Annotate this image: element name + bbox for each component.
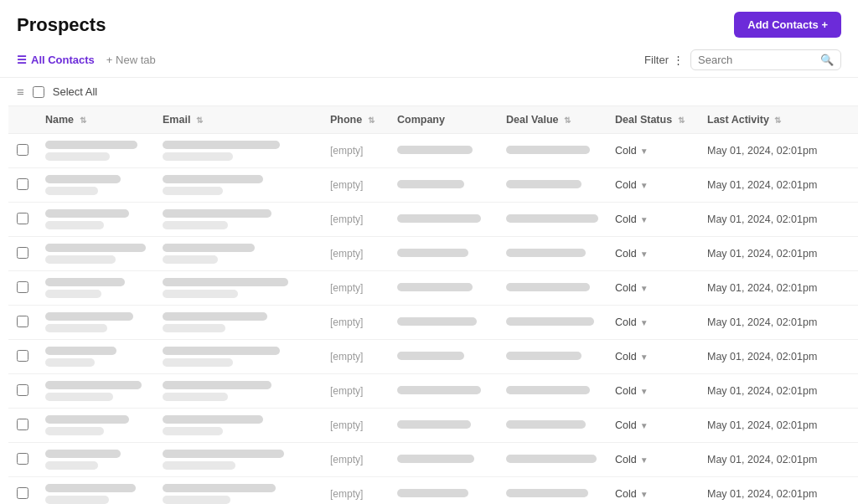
row-actions: ⋮ — [850, 168, 858, 203]
row-company — [389, 271, 498, 306]
menu-icon[interactable]: ≡ — [17, 85, 24, 99]
table-row: [empty] Cold ▼ May 01, 2024, 02:01pm ⋮ — [8, 134, 858, 168]
th-deal-value[interactable]: Deal Value ⇅ — [498, 106, 607, 134]
row-company — [389, 409, 498, 443]
th-deal-status[interactable]: Deal Status ⇅ — [607, 106, 699, 134]
row-checkbox[interactable] — [17, 178, 28, 190]
row-deal-value — [498, 374, 607, 409]
th-name[interactable]: Name ⇅ — [37, 106, 154, 134]
row-phone: [empty] — [322, 271, 389, 306]
row-checkbox-cell — [8, 340, 37, 374]
row-checkbox-cell — [8, 374, 37, 409]
tab-all-contacts[interactable]: ☰ All Contacts — [17, 54, 95, 66]
sort-name-icon: ⇅ — [80, 116, 86, 125]
table-row: [empty] Cold ▼ May 01, 2024, 02:01pm ⋮ — [8, 168, 858, 203]
row-checkbox[interactable] — [17, 144, 28, 156]
deal-status-dropdown[interactable]: ▼ — [640, 215, 649, 224]
select-all-checkbox[interactable] — [33, 86, 44, 98]
filter-button[interactable]: Filter ⋮ — [644, 54, 684, 66]
row-phone: [empty] — [322, 168, 389, 203]
new-tab-button[interactable]: + New tab — [106, 54, 156, 66]
row-checkbox[interactable] — [17, 487, 28, 499]
th-phone[interactable]: Phone ⇅ — [322, 106, 389, 134]
row-actions: ⋮ — [850, 237, 858, 271]
row-company — [389, 203, 498, 237]
row-last-activity: May 01, 2024, 02:01pm — [699, 443, 850, 477]
search-input[interactable] — [698, 54, 815, 66]
deal-status-dropdown[interactable]: ▼ — [640, 387, 649, 396]
row-phone: [empty] — [322, 203, 389, 237]
row-company — [389, 168, 498, 203]
row-actions: ⋮ — [850, 306, 858, 340]
row-deal-value — [498, 237, 607, 271]
deal-status-dropdown[interactable]: ▼ — [640, 352, 649, 362]
deal-status-dropdown[interactable]: ▼ — [640, 181, 649, 190]
row-last-activity: May 01, 2024, 02:01pm — [699, 271, 850, 306]
row-deal-value — [498, 203, 607, 237]
sort-dealstatus-icon: ⇅ — [678, 116, 685, 125]
row-company — [389, 237, 498, 271]
deal-status-dropdown[interactable]: ▼ — [640, 147, 649, 156]
sort-email-icon: ⇅ — [196, 116, 203, 125]
row-name — [37, 306, 154, 340]
row-email — [154, 443, 322, 477]
row-name — [37, 271, 154, 306]
deal-status-dropdown[interactable]: ▼ — [640, 249, 649, 259]
row-checkbox-cell — [8, 237, 37, 271]
row-actions: ⋮ — [850, 340, 858, 374]
row-checkbox-cell — [8, 409, 37, 443]
row-name — [37, 477, 154, 505]
row-checkbox[interactable] — [17, 281, 28, 293]
row-deal-status: Cold ▼ — [607, 237, 699, 271]
row-last-activity: May 01, 2024, 02:01pm — [699, 477, 850, 505]
row-email — [154, 168, 322, 203]
deal-status-dropdown[interactable]: ▼ — [640, 455, 649, 465]
row-name — [37, 203, 154, 237]
row-deal-status: Cold ▼ — [607, 306, 699, 340]
deal-status-dropdown[interactable]: ▼ — [640, 284, 649, 293]
row-phone: [empty] — [322, 340, 389, 374]
deal-status-dropdown[interactable]: ▼ — [640, 490, 649, 499]
row-checkbox[interactable] — [17, 419, 28, 430]
table-row: [empty] Cold ▼ May 01, 2024, 02:01pm ⋮ — [8, 443, 858, 477]
table-row: [empty] Cold ▼ May 01, 2024, 02:01pm ⋮ — [8, 477, 858, 505]
select-all-label[interactable]: Select All — [53, 85, 97, 98]
row-email — [154, 340, 322, 374]
table-row: [empty] Cold ▼ May 01, 2024, 02:01pm ⋮ — [8, 271, 858, 306]
row-deal-value — [498, 340, 607, 374]
table-row: [empty] Cold ▼ May 01, 2024, 02:01pm ⋮ — [8, 374, 858, 409]
row-name — [37, 340, 154, 374]
row-email — [154, 134, 322, 168]
row-email — [154, 271, 322, 306]
add-contacts-button[interactable]: Add Contacts + — [734, 12, 841, 38]
row-company — [389, 340, 498, 374]
row-checkbox[interactable] — [17, 384, 28, 396]
row-phone: [empty] — [322, 306, 389, 340]
row-name — [37, 237, 154, 271]
row-name — [37, 443, 154, 477]
row-checkbox[interactable] — [17, 316, 28, 327]
row-actions: ⋮ — [850, 203, 858, 237]
th-last-activity[interactable]: Last Activity ⇅ — [699, 106, 850, 134]
row-checkbox-cell — [8, 443, 37, 477]
contacts-table: Name ⇅ Email ⇅ Phone ⇅ Company Deal Valu… — [8, 105, 858, 504]
deal-status-dropdown[interactable]: ▼ — [640, 421, 649, 430]
row-deal-value — [498, 306, 607, 340]
row-last-activity: May 01, 2024, 02:01pm — [699, 134, 850, 168]
sort-phone-icon: ⇅ — [368, 116, 375, 125]
row-checkbox[interactable] — [17, 453, 28, 465]
row-actions: ⋮ — [850, 477, 858, 505]
row-checkbox-cell — [8, 168, 37, 203]
table-row: [empty] Cold ▼ May 01, 2024, 02:01pm ⋮ — [8, 237, 858, 271]
row-checkbox[interactable] — [17, 350, 28, 362]
row-last-activity: May 01, 2024, 02:01pm — [699, 374, 850, 409]
row-checkbox[interactable] — [17, 213, 28, 224]
th-email[interactable]: Email ⇅ — [154, 106, 322, 134]
row-email — [154, 409, 322, 443]
deal-status-dropdown[interactable]: ▼ — [640, 318, 649, 327]
row-checkbox[interactable] — [17, 247, 28, 259]
row-checkbox-cell — [8, 134, 37, 168]
table-row: [empty] Cold ▼ May 01, 2024, 02:01pm ⋮ — [8, 306, 858, 340]
row-checkbox-cell — [8, 477, 37, 505]
row-deal-value — [498, 168, 607, 203]
